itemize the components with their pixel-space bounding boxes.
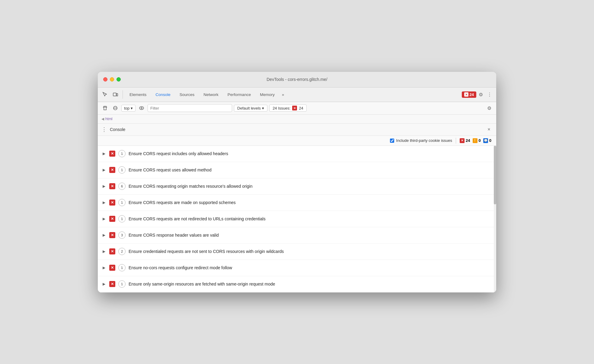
issue-text: Ensure CORS requesting origin matches re…	[129, 184, 252, 189]
panel-close-button[interactable]: ×	[485, 126, 493, 133]
expand-arrow-icon: ▶	[103, 282, 106, 286]
issue-error-icon: ✕	[109, 265, 115, 271]
issue-row[interactable]: ▶✕3Ensure CORS response header values ar…	[98, 227, 496, 244]
panel-header: ⋮ Console ×	[98, 124, 496, 136]
devtools-window: DevTools - cors-errors.glitch.me/ Elemen…	[98, 72, 496, 292]
error-count-icon: ✕	[460, 138, 465, 143]
block-icon-button[interactable]	[111, 104, 120, 112]
issue-row[interactable]: ▶✕1Ensure only same-origin resources are…	[98, 276, 496, 292]
levels-arrow: ▾	[262, 106, 264, 110]
tab-elements[interactable]: Elements	[125, 91, 151, 99]
svg-rect-1	[117, 94, 118, 96]
expand-arrow-icon: ▶	[103, 249, 106, 254]
close-button[interactable]	[103, 77, 107, 81]
issue-row[interactable]: ▶✕1Ensure CORS requests are made on supp…	[98, 195, 496, 211]
breadcrumb-bar: ◀ html	[98, 115, 496, 124]
tab-performance[interactable]: Performance	[223, 91, 255, 99]
panel-menu-icon[interactable]: ⋮	[101, 126, 107, 133]
scrollbar-thumb[interactable]	[494, 146, 496, 204]
issue-text: Ensure CORS response header values are v…	[129, 233, 219, 238]
issue-count-badge: 1	[118, 264, 126, 271]
issue-error-icon: ✕	[109, 183, 115, 189]
warning-count-value: 0	[479, 138, 481, 143]
tab-sources[interactable]: Sources	[175, 91, 199, 99]
error-icon: ✕	[464, 92, 468, 97]
issue-error-icon: ✕	[109, 200, 115, 206]
count-group: ✕ 24 ! 0 💬 0	[460, 138, 491, 143]
context-selector[interactable]: top ▾	[121, 105, 136, 112]
error-count: 24	[470, 92, 474, 97]
issue-count-badge: 1	[118, 166, 126, 174]
expand-arrow-icon: ▶	[103, 200, 106, 205]
third-party-checkbox-label[interactable]: Include third-party cookie issues	[390, 138, 452, 143]
issue-text: Ensure only same-origin resources are fe…	[129, 282, 275, 286]
issue-error-icon: ✕	[109, 167, 115, 173]
expand-arrow-icon: ▶	[103, 266, 106, 270]
maximize-button[interactable]	[117, 77, 121, 81]
error-count-value: 24	[466, 138, 470, 143]
settings-icon[interactable]: ⚙	[477, 91, 485, 99]
issue-text: Ensure CORS requests are made on support…	[129, 200, 236, 205]
issue-row[interactable]: ▶✕1Ensure CORS requests are not redirect…	[98, 211, 496, 227]
warning-count-icon: !	[473, 138, 477, 143]
issue-text: Ensure CORS request includes only allowe…	[129, 151, 228, 156]
levels-dropdown[interactable]: Default levels ▾	[234, 105, 267, 112]
clear-console-button[interactable]	[101, 104, 109, 112]
third-party-label: Include third-party cookie issues	[396, 138, 452, 143]
info-count-item: 💬 0	[483, 138, 491, 143]
issue-text: Ensure no-cors requests configure redire…	[129, 265, 232, 270]
breadcrumb-arrow: ◀	[101, 117, 104, 121]
issue-error-icon: ✕	[109, 281, 115, 287]
warning-count-item: ! 0	[473, 138, 481, 143]
levels-label: Default levels	[237, 106, 261, 110]
context-label: top	[124, 106, 129, 110]
svg-marker-2	[104, 106, 106, 110]
inspect-element-button[interactable]	[100, 90, 110, 99]
issue-row[interactable]: ▶✕6Ensure CORS requesting origin matches…	[98, 178, 496, 195]
svg-rect-0	[113, 93, 116, 96]
console-settings-icon[interactable]: ⚙	[485, 104, 493, 112]
tab-memory[interactable]: Memory	[256, 91, 279, 99]
more-tabs-button[interactable]: »	[279, 91, 286, 98]
issue-error-icon: ✕	[109, 248, 115, 254]
issue-row[interactable]: ▶✕1Ensure CORS request uses allowed meth…	[98, 162, 496, 178]
tab-console[interactable]: Console	[151, 91, 175, 99]
eye-button[interactable]	[137, 104, 146, 112]
expand-arrow-icon: ▶	[103, 233, 106, 237]
issues-count: 24	[299, 106, 303, 110]
title-bar: DevTools - cors-errors.glitch.me/	[98, 72, 496, 88]
tab-network[interactable]: Network	[199, 91, 223, 99]
issues-divider	[456, 138, 456, 144]
third-party-checkbox[interactable]	[390, 139, 394, 143]
info-count-value: 0	[489, 138, 491, 143]
issue-count-badge: 3	[118, 231, 126, 239]
context-dropdown-arrow: ▾	[131, 106, 133, 110]
issue-error-icon: ✕	[109, 232, 115, 238]
traffic-lights	[103, 77, 121, 81]
issue-row[interactable]: ▶✕1Ensure no-cors requests configure red…	[98, 260, 496, 276]
error-count-item: ✕ 24	[460, 138, 470, 143]
scrollbar[interactable]	[494, 146, 496, 292]
issue-text: Ensure credentialed requests are not sen…	[129, 249, 284, 254]
issue-count-badge: 2	[118, 248, 126, 255]
issue-text: Ensure CORS requests are not redirected …	[129, 216, 266, 221]
svg-point-6	[139, 107, 144, 110]
error-badge[interactable]: ✕ 24	[462, 91, 476, 98]
more-menu-icon[interactable]: ⋮	[485, 91, 494, 99]
breadcrumb-text: html	[105, 117, 113, 121]
minimize-button[interactable]	[110, 77, 114, 81]
issue-error-icon: ✕	[109, 151, 115, 157]
issues-button[interactable]: 24 Issues: ✕ 24	[269, 104, 307, 112]
issue-row[interactable]: ▶✕2Ensure credentialed requests are not …	[98, 244, 496, 260]
expand-arrow-icon: ▶	[103, 184, 106, 188]
issue-count-badge: 1	[118, 199, 126, 206]
issue-count-badge: 1	[118, 280, 126, 288]
issue-error-icon: ✕	[109, 216, 115, 222]
info-count-icon: 💬	[483, 138, 488, 143]
issue-count-badge: 1	[118, 150, 126, 157]
svg-point-7	[141, 107, 142, 109]
device-toggle-button[interactable]	[110, 90, 120, 99]
issue-row[interactable]: ▶✕1Ensure CORS request includes only all…	[98, 146, 496, 162]
issues-list: ▶✕1Ensure CORS request includes only all…	[98, 146, 496, 292]
filter-input[interactable]	[148, 104, 232, 112]
